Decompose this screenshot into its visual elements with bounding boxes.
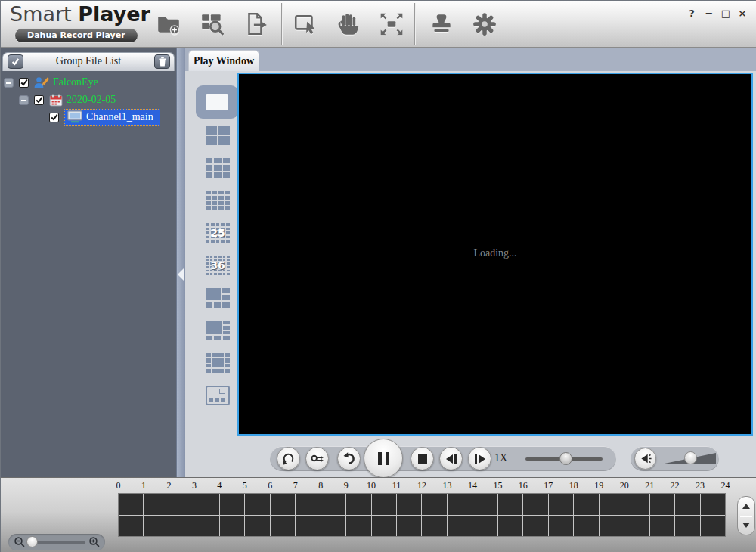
play-order-button[interactable] (305, 447, 329, 470)
timeline-cell (498, 526, 522, 536)
channel-checkbox[interactable] (49, 113, 59, 122)
layout-25-button[interactable]: 25 (204, 222, 231, 244)
timeline-cell (600, 504, 624, 514)
timeline-cell (549, 504, 573, 514)
close-button[interactable]: × (735, 6, 750, 21)
box-select-button[interactable] (289, 8, 322, 41)
tree-row-group[interactable]: FalconEye (4, 74, 98, 91)
grid-cell (223, 172, 230, 178)
grid-cell (225, 201, 231, 205)
repeat-button[interactable] (277, 447, 300, 470)
tree-label-channel[interactable]: Channel1_main (86, 111, 153, 123)
smart-search-button[interactable] (196, 8, 229, 41)
arrow-down-icon (742, 523, 750, 528)
timeline-grid[interactable] (118, 493, 726, 537)
previous-frame-button[interactable] (439, 447, 463, 470)
grid-cell (225, 191, 231, 194)
timeline-cell (144, 526, 168, 536)
help-button[interactable]: ? (684, 6, 699, 21)
zoom-in-button[interactable] (88, 536, 101, 548)
gear-icon (472, 11, 497, 37)
hand-drag-button[interactable] (331, 8, 364, 41)
timeline-cell (624, 494, 649, 504)
folder-add-icon (156, 11, 181, 37)
delete-group-button[interactable] (154, 54, 170, 69)
timeline-cell (523, 516, 547, 526)
timeline-cell (574, 504, 598, 514)
grid-cell (225, 206, 231, 210)
timeline-cell (549, 516, 573, 526)
collapse-toggle-icon[interactable] (4, 78, 14, 88)
timeline-cell (321, 494, 345, 504)
tab-play-window[interactable]: Play Window (188, 50, 259, 71)
layout-6-button[interactable] (204, 287, 231, 309)
layout-1-button[interactable] (196, 85, 238, 119)
timeline-zoom-thumb[interactable] (26, 536, 38, 547)
maximize-button[interactable]: □ (718, 6, 733, 21)
watermark-verify-button[interactable] (425, 8, 458, 41)
layout-8-button[interactable] (204, 319, 231, 342)
timeline-cell (271, 526, 295, 536)
timeline-cell (523, 494, 547, 504)
group-edit-icon (34, 76, 49, 89)
timeline-zoom-track[interactable] (31, 541, 85, 544)
hour-label: 3 (192, 480, 197, 492)
volume-slider-thumb[interactable] (684, 451, 697, 464)
timeline-cell (624, 526, 649, 536)
tree-row-channel[interactable]: Channel1_main (49, 109, 160, 126)
video-play-area[interactable]: Loading... (237, 73, 753, 436)
timeline-cell (346, 504, 370, 514)
grid-cell (212, 191, 218, 194)
next-frame-button[interactable] (468, 447, 491, 470)
tree-row-date[interactable]: 2020-02-05 (19, 91, 116, 108)
scroll-up-button[interactable] (738, 497, 754, 516)
app-subtitle-badge: Dahua Record Player (14, 28, 138, 43)
layout-9-button[interactable] (204, 157, 231, 179)
volume-control-bar (631, 446, 719, 471)
pause-button[interactable] (364, 439, 403, 478)
timeline-cell (472, 494, 497, 504)
export-file-icon (243, 11, 268, 37)
next-frame-icon (475, 454, 485, 464)
grid-13-icon (206, 353, 230, 373)
speed-slider-thumb[interactable] (559, 452, 572, 465)
toolbar-separator (414, 3, 415, 45)
timeline-cell (523, 526, 547, 536)
timeline-cell (397, 504, 421, 514)
smart-player-window: Smart Player Dahua Record Player (0, 0, 756, 552)
tree-label-group[interactable]: FalconEye (53, 76, 98, 88)
collapse-arrow-icon (178, 268, 184, 281)
speaker-icon (639, 452, 652, 465)
timeline-cell (472, 504, 497, 514)
layout-custom-button[interactable] (204, 384, 231, 407)
layout-13-button[interactable] (204, 352, 231, 374)
timeline-cell (194, 504, 218, 514)
mute-button[interactable] (634, 448, 656, 470)
open-file-button[interactable] (152, 8, 185, 41)
collapse-toggle-icon[interactable] (19, 95, 29, 105)
zoom-out-button[interactable] (14, 536, 26, 548)
layout-4-button[interactable] (204, 124, 231, 147)
date-checkbox[interactable] (34, 95, 44, 105)
grid-4-icon (206, 126, 230, 145)
tree-label-date[interactable]: 2020-02-05 (67, 94, 116, 106)
timeline-cell (448, 516, 472, 526)
sidebar-collapse-handle[interactable] (176, 48, 185, 477)
layout-16-button[interactable] (204, 189, 231, 212)
settings-button[interactable] (468, 8, 501, 41)
stop-button[interactable] (411, 447, 434, 470)
grid-cell (212, 206, 218, 210)
full-screen-button[interactable] (375, 8, 408, 41)
hour-label: 19 (594, 480, 603, 492)
grid-cell (212, 196, 218, 200)
selected-channel-item[interactable]: Channel1_main (64, 109, 160, 126)
timeline-cell (169, 526, 194, 536)
scroll-down-button[interactable] (738, 516, 754, 535)
hour-label: 6 (268, 480, 272, 492)
export-file-button[interactable] (239, 8, 272, 41)
repeat-icon (281, 451, 296, 466)
layout-36-button[interactable]: 36 (204, 254, 231, 277)
group-checkbox[interactable] (19, 78, 29, 88)
replay-button[interactable] (337, 447, 361, 470)
minimize-button[interactable]: − (702, 6, 717, 21)
